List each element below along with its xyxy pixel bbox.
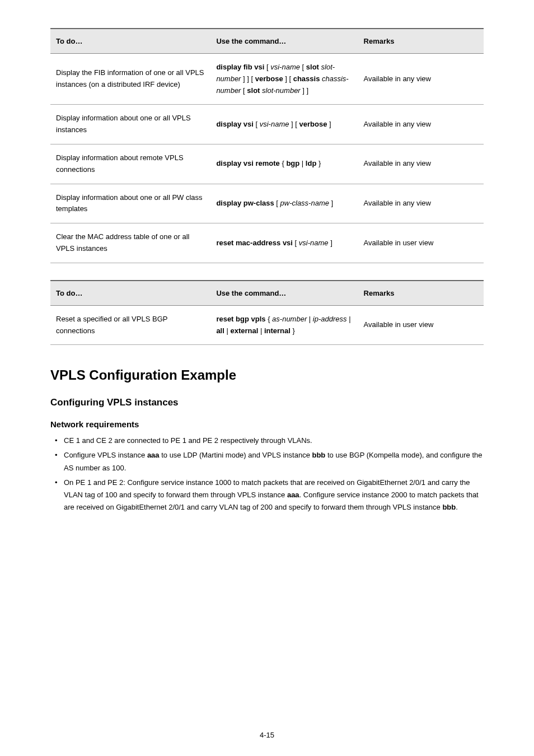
cell-desc: Reset a specified or all VPLS BGP connec… — [50, 305, 210, 345]
table-header-row: To do… Use the command… Remarks — [50, 29, 484, 54]
cell-desc: Display the FIB information of one or al… — [50, 54, 210, 105]
table-header-row: To do… Use the command… Remarks — [50, 281, 484, 306]
cell-remarks: Available in user view — [358, 223, 484, 263]
cell-command: reset bgp vpls { as-number | ip-address … — [210, 305, 358, 345]
table-reset-commands: To do… Use the command… Remarks Reset a … — [50, 280, 484, 346]
requirements-list: CE 1 and CE 2 are connected to PE 1 and … — [50, 435, 484, 514]
cell-remarks: Available in user view — [358, 305, 484, 345]
list-item: Configure VPLS instance aaa to use LDP (… — [64, 449, 484, 474]
cell-desc: Display information about one or all PW … — [50, 184, 210, 223]
table-row: Display information about one or all PW … — [50, 184, 484, 223]
table-row: Reset a specified or all VPLS BGP connec… — [50, 305, 484, 345]
col-header-remarks: Remarks — [358, 29, 484, 54]
cell-desc: Display information about remote VPLS co… — [50, 144, 210, 184]
cell-command: display vsi [ vsi-name ] [ verbose ] — [210, 105, 358, 144]
cell-desc: Display information about one or all VPL… — [50, 105, 210, 144]
cell-command: display fib vsi [ vsi-name [ slot slot-n… — [210, 54, 358, 105]
cell-remarks: Available in any view — [358, 184, 484, 223]
cell-remarks: Available in any view — [358, 144, 484, 184]
cell-command: reset mac-address vsi [ vsi-name ] — [210, 223, 358, 263]
col-header-todo: To do… — [50, 281, 210, 306]
cell-remarks: Available in any view — [358, 105, 484, 144]
cell-desc: Clear the MAC address table of one or al… — [50, 223, 210, 263]
table-row: Display information about one or all VPL… — [50, 105, 484, 144]
page-number: 4-15 — [0, 731, 534, 739]
table-row: Clear the MAC address table of one or al… — [50, 223, 484, 263]
table-row: Display the FIB information of one or al… — [50, 54, 484, 105]
heading-configuring: Configuring VPLS instances — [50, 397, 484, 408]
col-header-todo: To do… — [50, 29, 210, 54]
table-display-commands: To do… Use the command… Remarks Display … — [50, 28, 484, 263]
list-item: On PE 1 and PE 2: Configure service inst… — [64, 477, 484, 514]
col-header-remarks: Remarks — [358, 281, 484, 306]
cell-remarks: Available in any view — [358, 54, 484, 105]
col-header-command: Use the command… — [210, 281, 358, 306]
col-header-command: Use the command… — [210, 29, 358, 54]
heading-network-req: Network requirements — [50, 419, 484, 429]
cell-command: display pw-class [ pw-class-name ] — [210, 184, 358, 223]
list-item: CE 1 and CE 2 are connected to PE 1 and … — [64, 435, 484, 447]
heading-example: VPLS Configuration Example — [50, 367, 484, 383]
cell-command: display vsi remote { bgp | ldp } — [210, 144, 358, 184]
table-row: Display information about remote VPLS co… — [50, 144, 484, 184]
